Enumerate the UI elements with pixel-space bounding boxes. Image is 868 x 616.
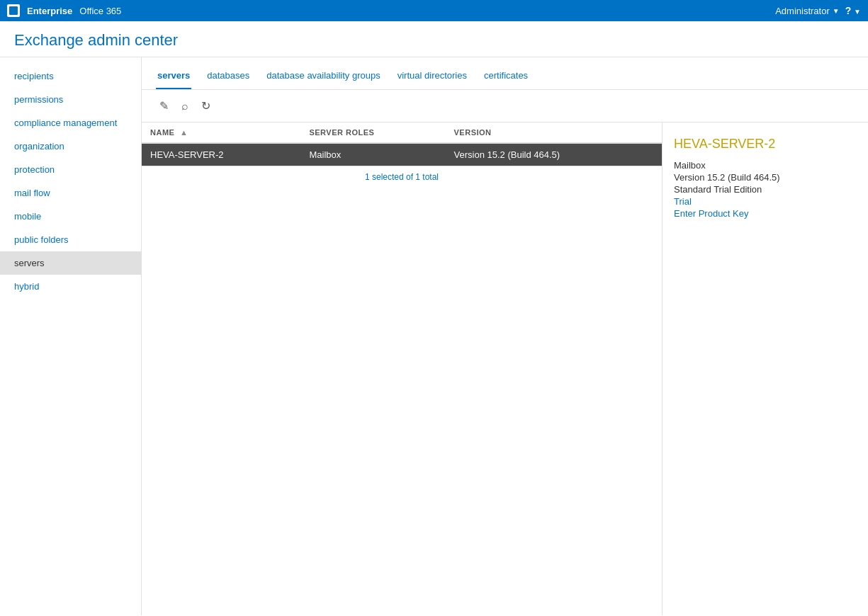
sidebar-item-recipients[interactable]: recipients xyxy=(0,64,141,88)
content-area: servers databases database availability … xyxy=(142,57,868,615)
table-row[interactable]: HEVA-SERVER-2 Mailbox Version 15.2 (Buil… xyxy=(142,143,662,166)
sidebar-item-organization[interactable]: organization xyxy=(0,135,141,158)
main-layout: recipients permissions compliance manage… xyxy=(0,57,868,615)
trial-link[interactable]: Trial xyxy=(674,196,857,207)
help-label: ? xyxy=(845,5,852,16)
search-button[interactable]: ⌕ xyxy=(178,98,192,115)
sidebar-item-compliance-management[interactable]: compliance management xyxy=(0,111,141,135)
top-bar-left: Enterprise Office 365 xyxy=(7,4,121,17)
refresh-button[interactable]: ↻ xyxy=(198,97,214,115)
servers-table: NAME ▲ SERVER ROLES VERSION xyxy=(142,122,662,166)
toolbar: ✎ ⌕ ↻ xyxy=(142,90,868,122)
column-header-server-roles: SERVER ROLES xyxy=(300,122,445,143)
detail-version: Version 15.2 (Build 464.5) xyxy=(674,172,857,183)
detail-edition: Standard Trial Edition xyxy=(674,184,857,195)
tab-virtual-directories[interactable]: virtual directories xyxy=(396,66,468,89)
edit-icon: ✎ xyxy=(159,100,169,112)
search-icon: ⌕ xyxy=(181,100,188,112)
top-bar-right: Administrator ▼ ? ▼ xyxy=(775,5,861,16)
admin-dropdown-icon: ▼ xyxy=(833,7,840,15)
cell-name: HEVA-SERVER-2 xyxy=(142,143,300,166)
edit-button[interactable]: ✎ xyxy=(156,97,172,115)
detail-panel: HEVA-SERVER-2 Mailbox Version 15.2 (Buil… xyxy=(663,122,868,615)
app-subtitle: Office 365 xyxy=(79,6,121,16)
tab-servers[interactable]: servers xyxy=(156,66,191,89)
tab-nav: servers databases database availability … xyxy=(142,57,868,90)
sidebar-item-permissions[interactable]: permissions xyxy=(0,88,141,111)
tab-databases[interactable]: databases xyxy=(205,66,251,89)
sidebar-item-hybrid[interactable]: hybrid xyxy=(0,275,141,298)
sidebar-item-public-folders[interactable]: public folders xyxy=(0,228,141,251)
sidebar: recipients permissions compliance manage… xyxy=(0,57,142,615)
enter-product-key-link[interactable]: Enter Product Key xyxy=(674,208,857,219)
admin-button[interactable]: Administrator ▼ xyxy=(775,6,839,16)
sidebar-item-mobile[interactable]: mobile xyxy=(0,205,141,228)
sidebar-item-protection[interactable]: protection xyxy=(0,158,141,181)
table-detail-layout: NAME ▲ SERVER ROLES VERSION xyxy=(142,122,868,615)
help-button[interactable]: ? ▼ xyxy=(845,5,861,16)
column-header-name[interactable]: NAME ▲ xyxy=(142,122,300,143)
help-dropdown-icon: ▼ xyxy=(854,8,861,16)
tab-database-availability-groups[interactable]: database availability groups xyxy=(265,66,381,89)
refresh-icon: ↻ xyxy=(201,100,210,112)
admin-label: Administrator xyxy=(775,6,830,16)
sidebar-item-servers[interactable]: servers xyxy=(0,251,141,275)
sidebar-item-mail-flow[interactable]: mail flow xyxy=(0,181,141,205)
column-header-version: VERSION xyxy=(446,122,662,143)
tab-certificates[interactable]: certificates xyxy=(483,66,529,89)
top-bar: Enterprise Office 365 Administrator ▼ ? … xyxy=(0,0,868,21)
status-text: 1 selected of 1 total xyxy=(365,172,439,182)
page-title: Exchange admin center xyxy=(14,31,854,50)
page-title-bar: Exchange admin center xyxy=(0,21,868,57)
detail-role: Mailbox xyxy=(674,160,857,171)
detail-server-name: HEVA-SERVER-2 xyxy=(674,137,857,152)
app-title: Enterprise xyxy=(27,6,72,16)
status-bar: 1 selected of 1 total xyxy=(142,166,662,188)
table-container: NAME ▲ SERVER ROLES VERSION xyxy=(142,122,663,615)
office-logo-icon xyxy=(7,4,20,17)
cell-server-roles: Mailbox xyxy=(300,143,445,166)
sort-arrow-icon: ▲ xyxy=(180,128,188,137)
cell-version: Version 15.2 (Build 464.5) xyxy=(446,143,662,166)
